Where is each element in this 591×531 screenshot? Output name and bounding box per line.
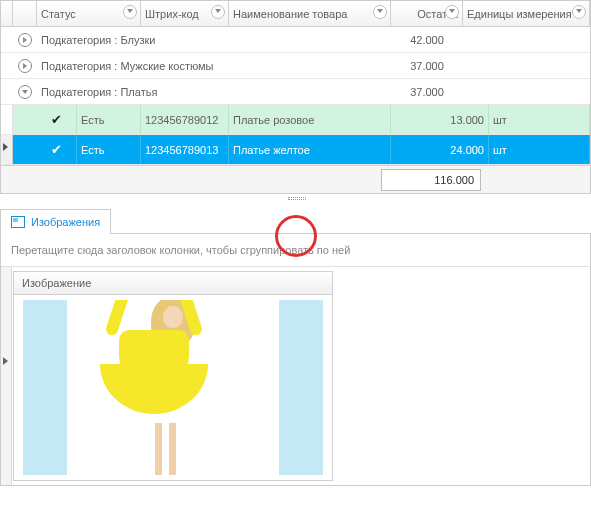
product-image (23, 300, 323, 475)
data-row-selected[interactable]: ✔ Есть 123456789013 Платье желтое 24.000… (1, 135, 590, 165)
group-label: Подкатегория : Платья (37, 79, 391, 104)
products-grid: Статус Штрих-код Наименование товара Ост… (0, 0, 591, 194)
col-status[interactable]: Статус (37, 1, 141, 26)
cell-barcode: 123456789012 (141, 105, 229, 134)
col-unit[interactable]: Единицы измерения (463, 1, 590, 26)
funnel-icon[interactable] (123, 5, 137, 19)
group-by-hint[interactable]: Перетащите сюда заголовок колонки, чтобы… (1, 234, 590, 267)
collapse-icon[interactable] (18, 85, 32, 99)
check-icon: ✔ (51, 142, 62, 157)
tabs: Изображения (0, 208, 591, 234)
cell-barcode: 123456789013 (141, 135, 229, 164)
col-barcode-label: Штрих-код (145, 8, 199, 20)
total-value: 116.000 (381, 169, 481, 191)
grid-footer: 116.000 (1, 165, 590, 193)
data-row[interactable]: ✔ Есть 123456789012 Платье розовое 13.00… (1, 105, 590, 135)
grip-icon (288, 197, 306, 200)
row-indicator (1, 135, 13, 164)
group-row[interactable]: Подкатегория : Блузки 42.000 (1, 27, 590, 53)
funnel-icon[interactable] (373, 5, 387, 19)
cell-status: Есть (77, 135, 141, 164)
expand-icon[interactable] (18, 33, 32, 47)
tab-images[interactable]: Изображения (0, 209, 111, 234)
group-label: Подкатегория : Мужские костюмы (37, 53, 391, 78)
row-indicator (1, 105, 13, 134)
funnel-icon[interactable] (211, 5, 225, 19)
col-status-label: Статус (41, 8, 76, 20)
image-cell[interactable] (13, 295, 333, 481)
cell-name: Платье желтое (229, 135, 391, 164)
funnel-icon[interactable] (445, 5, 459, 19)
tab-label: Изображения (31, 216, 100, 228)
grid-header: Статус Штрих-код Наименование товара Ост… (1, 1, 590, 27)
col-unit-label: Единицы измерения (467, 8, 572, 20)
images-panel: Перетащите сюда заголовок колонки, чтобы… (0, 234, 591, 486)
cell-rest: 13.000 (391, 105, 489, 134)
funnel-icon[interactable] (572, 5, 586, 19)
row-indicator-col (1, 1, 13, 26)
cell-status: Есть (77, 105, 141, 134)
row-indicator (1, 267, 12, 485)
cell-rest: 24.000 (391, 135, 489, 164)
image-grid: Изображение (1, 267, 590, 485)
col-name-label: Наименование товара (233, 8, 347, 20)
splitter[interactable] (0, 194, 591, 204)
col-rest[interactable]: Остаток (391, 1, 463, 26)
group-row[interactable]: Подкатегория : Платья 37.000 (1, 79, 590, 105)
cell-name: Платье розовое (229, 105, 391, 134)
expand-col (13, 1, 37, 26)
image-icon (11, 216, 25, 228)
group-rest: 37.000 (391, 79, 463, 104)
cell-unit: шт (489, 135, 590, 164)
group-rest: 37.000 (391, 53, 463, 78)
col-name[interactable]: Наименование товара (229, 1, 391, 26)
check-icon: ✔ (51, 112, 62, 127)
expand-icon[interactable] (18, 59, 32, 73)
group-row[interactable]: Подкатегория : Мужские костюмы 37.000 (1, 53, 590, 79)
group-rest: 42.000 (391, 27, 463, 52)
col-barcode[interactable]: Штрих-код (141, 1, 229, 26)
group-label: Подкатегория : Блузки (37, 27, 391, 52)
cell-unit: шт (489, 105, 590, 134)
col-image[interactable]: Изображение (13, 271, 333, 295)
